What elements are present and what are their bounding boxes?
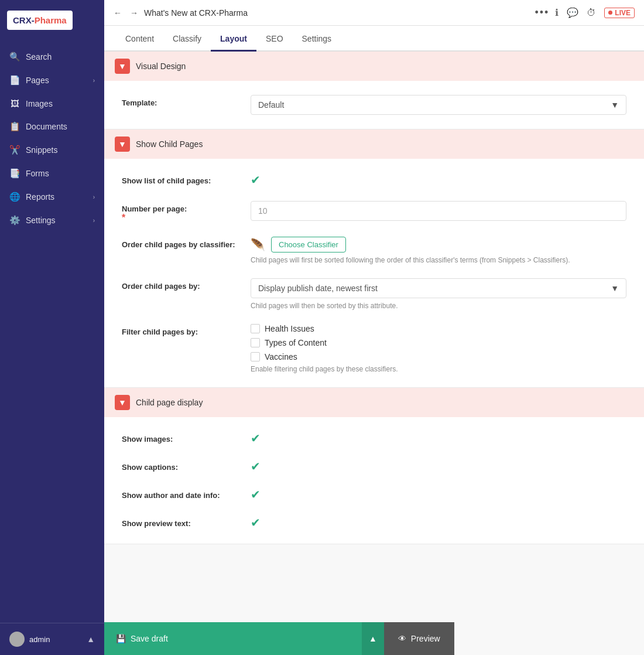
template-select[interactable]: Default ▼	[251, 95, 626, 115]
snippets-icon: ✂️	[9, 145, 20, 155]
form-row-show-author: Show author and date info: ✔	[122, 487, 626, 502]
show-images-label: Show images:	[122, 431, 239, 444]
main-panel: ← → What's New at CRX-Pharma ••• ℹ 💬 ⏱ L…	[104, 0, 644, 655]
section-child-page-display: ▼ Child page display Show images: ✔ Show…	[104, 388, 644, 544]
admin-label: admin	[29, 635, 50, 644]
more-options-icon[interactable]: •••	[535, 6, 549, 19]
reports-icon: 🌐	[9, 192, 20, 202]
filter-by-hint: Enable filtering child pages by these cl…	[251, 365, 626, 373]
section-child-page-display-title: Child page display	[136, 398, 203, 407]
sidebar-item-reports[interactable]: 🌐 Reports ›	[0, 185, 104, 209]
preview-label: Preview	[411, 634, 440, 643]
order-classifier-label: Order child pages by classifier:	[122, 237, 239, 249]
show-preview-text-control: ✔	[251, 516, 626, 530]
filter-checkbox-list: Health Issues Types of Content Vaccines	[251, 324, 626, 361]
order-by-select[interactable]: Display publish date, newest first ▼	[251, 278, 626, 298]
tab-content[interactable]: Content	[116, 26, 163, 50]
pages-icon: 📄	[9, 75, 20, 86]
back-icon[interactable]: ←	[114, 8, 122, 18]
live-label: LIVE	[615, 9, 631, 17]
save-draft-button[interactable]: 💾 Save draft	[104, 622, 362, 655]
sidebar-nav: 🔍 Search 📄 Pages › 🖼 Images 📋 Documents …	[0, 40, 104, 623]
order-classifier-hint: Child pages will first be sorted followi…	[251, 256, 626, 264]
tab-layout[interactable]: Layout	[211, 26, 256, 50]
checkbox-health-issues[interactable]	[251, 324, 260, 333]
sidebar-item-settings[interactable]: ⚙️ Settings ›	[0, 209, 104, 232]
documents-icon: 📋	[9, 121, 20, 132]
sidebar-item-snippets[interactable]: ✂️ Snippets	[0, 138, 104, 162]
info-icon[interactable]: ℹ	[555, 7, 559, 18]
section-toggle-child-page-display[interactable]: ▼	[115, 395, 130, 410]
number-per-page-input[interactable]	[251, 201, 626, 221]
filter-by-label: Filter child pages by:	[122, 324, 239, 336]
section-show-child-pages-title: Show Child Pages	[136, 139, 203, 149]
order-by-control: Display publish date, newest first ▼ Chi…	[251, 278, 626, 310]
preview-button[interactable]: 👁 Preview	[384, 622, 454, 655]
required-marker: *	[122, 213, 125, 223]
sidebar-item-label: Images	[26, 99, 53, 108]
topbar-actions: ℹ 💬 ⏱ LIVE	[555, 7, 635, 18]
checkbox-types-of-content[interactable]	[251, 338, 260, 347]
sidebar-footer: admin ▲	[0, 623, 104, 655]
page-title: What's New at CRX-Pharma	[144, 8, 529, 18]
save-icon: 💾	[116, 634, 126, 643]
save-caret-button[interactable]: ▲	[362, 622, 384, 655]
content-area: ▼ Visual Design Template: Default ▼	[104, 52, 644, 655]
filter-label-vaccines: Vaccines	[265, 352, 297, 361]
tab-classify[interactable]: Classify	[163, 26, 211, 50]
section-toggle-show-child-pages[interactable]: ▼	[115, 137, 130, 152]
settings-icon: ⚙️	[9, 215, 20, 226]
checkmark-icon: ✔	[251, 173, 261, 186]
number-per-page-label: Number per page:*	[122, 201, 239, 223]
logo-area: CRX-Pharma	[0, 0, 104, 40]
checkmark-icon: ✔	[251, 460, 261, 473]
section-visual-design-body: Template: Default ▼	[104, 81, 644, 129]
checkbox-vaccines[interactable]	[251, 352, 260, 361]
sidebar-item-pages[interactable]: 📄 Pages ›	[0, 69, 104, 92]
filter-label-health-issues: Health Issues	[265, 324, 314, 333]
order-by-hint: Child pages will then be sorted by this …	[251, 302, 626, 310]
chat-icon[interactable]: 💬	[567, 7, 578, 18]
tab-settings[interactable]: Settings	[293, 26, 341, 50]
search-icon: 🔍	[9, 52, 20, 62]
sidebar-item-documents[interactable]: 📋 Documents	[0, 115, 104, 138]
section-visual-design-title: Visual Design	[136, 62, 186, 71]
order-classifier-control: 🪶 Choose Classifier Child pages will fir…	[251, 237, 626, 264]
form-row-number-per-page: Number per page:*	[122, 201, 626, 223]
sidebar-item-forms[interactable]: 📑 Forms	[0, 162, 104, 185]
checkmark-icon: ✔	[251, 488, 261, 501]
show-author-control: ✔	[251, 487, 626, 502]
forward-icon[interactable]: →	[130, 8, 138, 18]
tab-seo[interactable]: SEO	[256, 26, 293, 50]
section-visual-design-header[interactable]: ▼ Visual Design	[104, 52, 644, 81]
classifier-placeholder-icon: 🪶	[251, 238, 265, 252]
chevron-right-icon: ›	[93, 217, 95, 224]
order-by-label: Order child pages by:	[122, 278, 239, 291]
chevron-up-icon[interactable]: ▲	[87, 634, 95, 644]
history-icon[interactable]: ⏱	[587, 8, 596, 18]
form-row-show-preview-text: Show preview text: ✔	[122, 516, 626, 530]
sidebar-item-label: Pages	[26, 76, 49, 85]
section-show-child-pages-header[interactable]: ▼ Show Child Pages	[104, 129, 644, 159]
live-badge: LIVE	[604, 8, 635, 18]
sidebar-item-search[interactable]: 🔍 Search	[0, 45, 104, 69]
avatar	[9, 632, 25, 647]
form-row-order-classifier: Order child pages by classifier: 🪶 Choos…	[122, 237, 626, 264]
checkmark-icon: ✔	[251, 516, 261, 529]
classifier-row: 🪶 Choose Classifier	[251, 237, 626, 253]
section-toggle-visual-design[interactable]: ▼	[115, 59, 130, 74]
section-show-child-pages-body: Show list of child pages: ✔ Number per p…	[104, 159, 644, 388]
order-by-value: Display publish date, newest first	[258, 284, 378, 293]
filter-option-vaccines[interactable]: Vaccines	[251, 352, 626, 361]
number-per-page-control	[251, 201, 626, 221]
filter-option-types-of-content[interactable]: Types of Content	[251, 338, 626, 347]
bottom-bar: 💾 Save draft ▲ 👁 Preview	[104, 622, 644, 655]
choose-classifier-button[interactable]: Choose Classifier	[271, 237, 346, 253]
tabbar: Content Classify Layout SEO Settings	[104, 26, 644, 52]
chevron-right-icon: ›	[93, 194, 95, 200]
sidebar-item-images[interactable]: 🖼 Images	[0, 92, 104, 115]
filter-option-health-issues[interactable]: Health Issues	[251, 324, 626, 333]
topbar: ← → What's New at CRX-Pharma ••• ℹ 💬 ⏱ L…	[104, 0, 644, 26]
section-child-page-display-header[interactable]: ▼ Child page display	[104, 388, 644, 417]
template-value: Default	[258, 100, 284, 110]
